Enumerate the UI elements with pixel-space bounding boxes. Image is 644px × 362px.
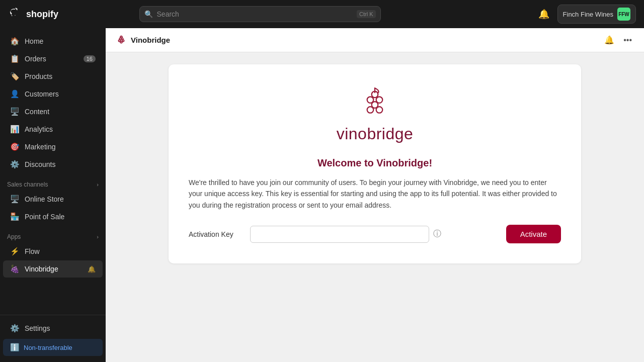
shopify-logo-text: shopify [26, 9, 58, 20]
svg-point-0 [120, 41, 122, 43]
vinobridge-header-icon [116, 35, 127, 46]
app-bell-button[interactable]: 🔔 [602, 33, 616, 47]
settings-icon: ⚙️ [10, 324, 20, 333]
topbar-right: 🔔 Finch Fine Wines FFW [536, 5, 636, 24]
content-icon: 🖥️ [10, 107, 20, 116]
sales-channels-header: Sales channels › [0, 176, 106, 190]
online-store-icon: 🖥️ [10, 195, 20, 204]
flow-icon: ⚡ [10, 247, 20, 256]
sidebar-item-pos[interactable]: 🏪 Point of Sale [3, 208, 103, 225]
customers-icon: 👤 [10, 89, 20, 99]
main-layout: 🏠 Home 📋 Orders 16 🏷️ Products 👤 Custome… [0, 28, 644, 362]
non-transferable-item[interactable]: ℹ️ Non-transferable [3, 339, 103, 356]
store-name: Finch Fine Wines [563, 11, 613, 18]
sidebar-item-vinobridge[interactable]: 🍇 Vinobridge 🔔 [3, 260, 103, 278]
sidebar-item-discounts[interactable]: ⚙️ Discounts [3, 156, 103, 173]
shopify-logo[interactable]: shopify [8, 7, 58, 21]
sidebar-item-marketing[interactable]: 🎯 Marketing [3, 138, 103, 155]
sidebar-item-online-store[interactable]: 🖥️ Online Store [3, 191, 103, 208]
activation-row: Activation Key ⓘ Activate [189, 225, 561, 243]
welcome-heading: Welcome to Vinobridge! [189, 157, 561, 169]
sidebar-item-customers[interactable]: 👤 Customers [3, 85, 103, 103]
vinobridge-bell-icon: 🔔 [88, 265, 96, 273]
orders-icon: 📋 [10, 54, 20, 63]
svg-point-10 [367, 107, 374, 113]
app-header-actions: 🔔 ••• [602, 33, 634, 47]
sidebar-item-orders[interactable]: 📋 Orders 16 [3, 50, 103, 67]
sidebar: 🏠 Home 📋 Orders 16 🏷️ Products 👤 Custome… [0, 28, 106, 362]
vino-brand-name: vinobridge [337, 125, 414, 143]
activation-label: Activation Key [189, 230, 244, 238]
activate-button[interactable]: Activate [506, 225, 561, 243]
sidebar-item-content[interactable]: 🖥️ Content [3, 103, 103, 120]
welcome-body-text: We're thrilled to have you join our comm… [189, 177, 561, 211]
search-shortcut: Ctrl K [357, 10, 376, 18]
svg-point-5 [120, 36, 122, 38]
search-icon: 🔍 [144, 10, 153, 18]
activation-info-icon[interactable]: ⓘ [433, 229, 441, 239]
search-bar: 🔍 Ctrl K [139, 6, 381, 22]
activation-input-wrap: ⓘ [250, 226, 441, 243]
orders-badge: 16 [84, 55, 96, 62]
sidebar-nav: 🏠 Home 📋 Orders 16 🏷️ Products 👤 Custome… [0, 32, 106, 315]
sidebar-item-analytics[interactable]: 📊 Analytics [3, 121, 103, 138]
pos-icon: 🏪 [10, 212, 20, 221]
apps-chevron[interactable]: › [97, 234, 99, 240]
app-header-left: Vinobridge [116, 35, 170, 46]
sidebar-item-home[interactable]: 🏠 Home [3, 33, 103, 50]
activation-key-input[interactable] [250, 226, 429, 243]
home-icon: 🏠 [10, 37, 20, 46]
sidebar-item-flow[interactable]: ⚡ Flow [3, 243, 103, 260]
topbar: shopify 🔍 Ctrl K 🔔 Finch Fine Wines FFW [0, 0, 644, 28]
content-area: Vinobridge 🔔 ••• [106, 28, 644, 362]
store-switcher[interactable]: Finch Fine Wines FFW [557, 5, 636, 24]
sidebar-bottom: ⚙️ Settings ℹ️ Non-transferable [0, 315, 106, 358]
products-icon: 🏷️ [10, 72, 20, 81]
notification-button[interactable]: 🔔 [536, 7, 551, 22]
vino-grape-svg [357, 84, 393, 121]
welcome-card: vinobridge Welcome to Vinobridge! We're … [169, 64, 581, 263]
store-avatar: FFW [617, 8, 630, 21]
apps-header: Apps › [0, 228, 106, 242]
svg-point-11 [376, 107, 383, 113]
app-header-title: Vinobridge [131, 36, 170, 44]
sidebar-item-settings[interactable]: ⚙️ Settings [3, 320, 103, 337]
info-circle-icon: ℹ️ [10, 343, 20, 352]
vino-logo-area: vinobridge [189, 84, 561, 143]
app-more-button[interactable]: ••• [621, 34, 634, 47]
vinobridge-nav-icon: 🍇 [10, 264, 20, 274]
sales-channels-chevron[interactable]: › [97, 182, 99, 188]
app-header: Vinobridge 🔔 ••• [106, 28, 644, 52]
analytics-icon: 📊 [10, 125, 20, 134]
marketing-icon: 🎯 [10, 142, 20, 151]
sidebar-item-products[interactable]: 🏷️ Products [3, 68, 103, 85]
discounts-icon: ⚙️ [10, 160, 20, 169]
search-input[interactable] [139, 6, 381, 22]
